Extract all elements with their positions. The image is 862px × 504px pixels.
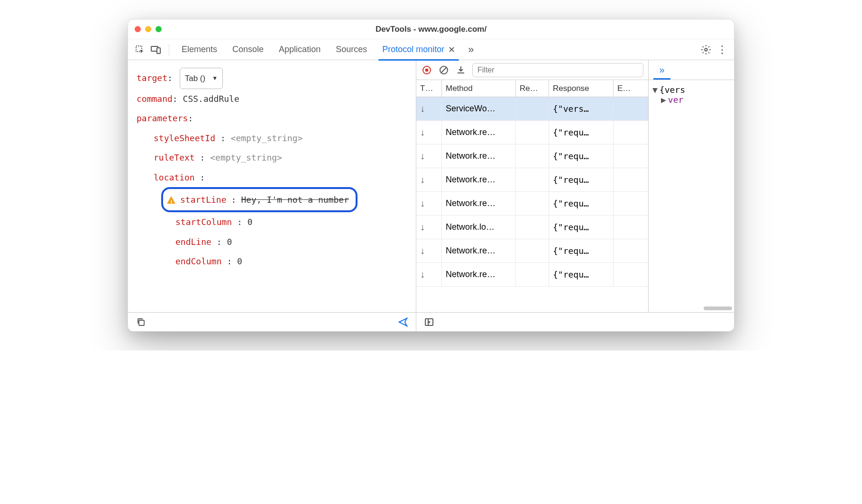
tab-console[interactable]: Console bbox=[226, 39, 270, 60]
row-response: {"requ… bbox=[549, 168, 614, 191]
param-ruletext[interactable]: ruleText : <empty_string> bbox=[137, 148, 407, 167]
table-row[interactable]: ↓Network.re…{"requ… bbox=[416, 239, 648, 263]
close-tab-icon[interactable]: ✕ bbox=[448, 45, 455, 55]
row-response: {"requ… bbox=[549, 239, 614, 262]
target-line: target: Tab () ▼ bbox=[137, 68, 407, 89]
command-editor: target: Tab () ▼ command: CSS.addRule pa… bbox=[128, 60, 416, 312]
arrow-down-icon: ↓ bbox=[420, 151, 425, 162]
row-direction: ↓ bbox=[416, 192, 442, 215]
param-endcolumn[interactable]: endColumn : 0 bbox=[137, 252, 407, 271]
window-controls bbox=[135, 26, 162, 32]
window-title: DevTools - www.google.com/ bbox=[135, 25, 727, 34]
editor-footer bbox=[128, 312, 416, 331]
table-row[interactable]: ↓Network.re…{"requ… bbox=[416, 121, 648, 144]
kebab-menu-icon[interactable]: ⋮ bbox=[715, 43, 729, 57]
row-direction: ↓ bbox=[416, 239, 442, 262]
row-method: Network.re… bbox=[442, 263, 516, 286]
more-detail-tabs-icon[interactable]: » bbox=[653, 64, 670, 80]
row-request bbox=[516, 239, 549, 262]
filter-input[interactable] bbox=[472, 63, 643, 77]
row-elapsed bbox=[614, 168, 648, 191]
row-response: {"vers… bbox=[549, 97, 614, 120]
send-button[interactable] bbox=[396, 315, 410, 329]
param-startline-highlight: startLine : Hey, I'm not a number bbox=[137, 187, 407, 212]
arrow-down-icon: ↓ bbox=[420, 103, 425, 114]
target-key: target bbox=[137, 73, 167, 83]
row-elapsed bbox=[614, 97, 648, 120]
row-direction: ↓ bbox=[416, 121, 442, 144]
tab-application[interactable]: Application bbox=[272, 39, 327, 60]
warning-icon bbox=[167, 196, 175, 204]
target-value: Tab () bbox=[185, 69, 205, 88]
json-detail[interactable]: ▼{vers ▶ver bbox=[649, 80, 734, 312]
row-method: Network.lo… bbox=[442, 216, 516, 239]
expand-toggle-icon[interactable]: ▼ bbox=[652, 85, 658, 95]
row-response: {"requ… bbox=[549, 192, 614, 215]
inspect-element-icon[interactable] bbox=[133, 43, 147, 57]
events-table-area: T… Method Re… Response E… ↓ServiceWo…{"v… bbox=[416, 60, 649, 312]
clear-icon[interactable] bbox=[438, 64, 449, 76]
detail-pane: » ▼{vers ▶ver bbox=[649, 60, 734, 312]
table-row[interactable]: ↓Network.re…{"requ… bbox=[416, 192, 648, 216]
param-endline[interactable]: endLine : 0 bbox=[137, 232, 407, 252]
parameters-line: parameters: bbox=[137, 108, 407, 128]
table-row[interactable]: ↓ServiceWo…{"vers… bbox=[416, 97, 648, 121]
toggle-drawer-icon[interactable] bbox=[422, 315, 436, 329]
command-value[interactable]: CSS.addRule bbox=[183, 94, 239, 104]
row-method: Network.re… bbox=[442, 239, 516, 262]
expand-toggle-icon[interactable]: ▶ bbox=[661, 95, 666, 105]
copy-icon[interactable] bbox=[134, 315, 148, 329]
table-header: T… Method Re… Response E… bbox=[416, 80, 648, 97]
table-row[interactable]: ↓Network.re…{"requ… bbox=[416, 144, 648, 168]
col-response[interactable]: Response bbox=[549, 80, 614, 97]
arrow-down-icon: ↓ bbox=[420, 174, 425, 185]
row-response: {"requ… bbox=[549, 216, 614, 239]
command-key: command bbox=[137, 94, 173, 104]
horizontal-scrollbar[interactable] bbox=[704, 306, 732, 310]
close-window-button[interactable] bbox=[135, 26, 141, 32]
svg-rect-2 bbox=[157, 48, 160, 54]
table-body[interactable]: ↓ServiceWo…{"vers…↓Network.re…{"requ…↓Ne… bbox=[416, 97, 648, 312]
minimize-window-button[interactable] bbox=[145, 26, 151, 32]
table-row[interactable]: ↓Network.re…{"requ… bbox=[416, 263, 648, 287]
row-request bbox=[516, 144, 549, 168]
monitor-toolbar bbox=[416, 60, 648, 80]
row-direction: ↓ bbox=[416, 144, 442, 168]
record-button[interactable] bbox=[421, 64, 432, 76]
maximize-window-button[interactable] bbox=[156, 26, 162, 32]
row-method: Network.re… bbox=[442, 192, 516, 215]
device-toggle-icon[interactable] bbox=[149, 43, 163, 57]
tab-protocol-monitor[interactable]: Protocol monitor ✕ bbox=[376, 39, 462, 60]
row-method: Network.re… bbox=[442, 144, 516, 168]
invalid-value[interactable]: Hey, I'm not a number bbox=[241, 190, 349, 209]
command-editor-pane: target: Tab () ▼ command: CSS.addRule pa… bbox=[128, 60, 416, 331]
col-elapsed[interactable]: E… bbox=[614, 80, 648, 97]
param-location[interactable]: location : bbox=[137, 168, 407, 187]
row-elapsed bbox=[614, 144, 648, 168]
arrow-down-icon: ↓ bbox=[420, 245, 425, 256]
param-stylesheetid[interactable]: styleSheetId : <empty_string> bbox=[137, 128, 407, 148]
tab-elements[interactable]: Elements bbox=[175, 39, 224, 60]
svg-point-3 bbox=[705, 48, 707, 51]
row-elapsed bbox=[614, 192, 648, 215]
row-request bbox=[516, 216, 549, 239]
table-row[interactable]: ↓Network.lo…{"requ… bbox=[416, 216, 648, 239]
command-line: command: CSS.addRule bbox=[137, 89, 407, 108]
settings-icon[interactable] bbox=[699, 43, 713, 57]
row-response: {"requ… bbox=[549, 263, 614, 286]
devtools-window: DevTools - www.google.com/ Elements Cons… bbox=[128, 19, 734, 332]
row-method: ServiceWo… bbox=[442, 97, 516, 120]
tab-label: Protocol monitor bbox=[382, 45, 444, 54]
target-select[interactable]: Tab () ▼ bbox=[180, 68, 223, 89]
row-elapsed bbox=[614, 263, 648, 286]
tab-sources[interactable]: Sources bbox=[329, 39, 374, 60]
table-row[interactable]: ↓Network.re…{"requ… bbox=[416, 168, 648, 192]
more-tabs-icon[interactable]: » bbox=[464, 43, 478, 57]
col-request[interactable]: Re… bbox=[516, 80, 549, 97]
col-type[interactable]: T… bbox=[416, 80, 442, 97]
param-startcolumn[interactable]: startColumn : 0 bbox=[137, 212, 407, 232]
download-icon[interactable] bbox=[455, 64, 467, 76]
monitor-pane: T… Method Re… Response E… ↓ServiceWo…{"v… bbox=[416, 60, 734, 331]
row-elapsed bbox=[614, 239, 648, 262]
col-method[interactable]: Method bbox=[442, 80, 516, 97]
